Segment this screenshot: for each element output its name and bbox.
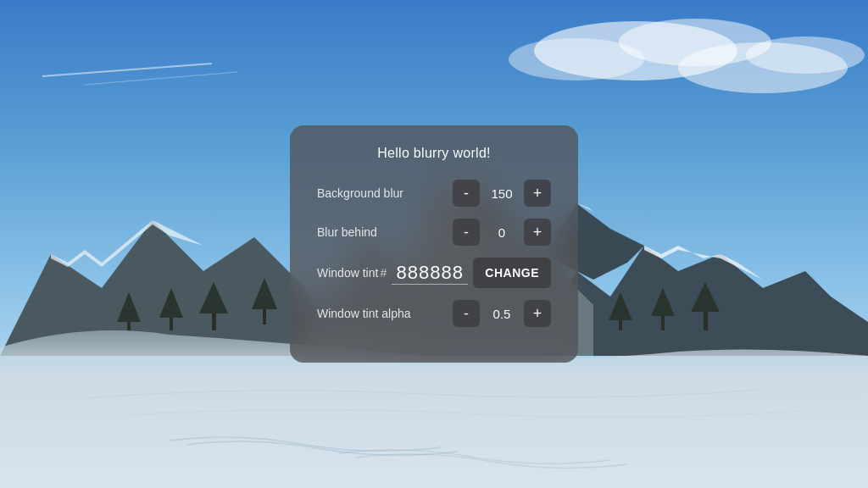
blur-behind-row: Blur behind - 0 + — [317, 219, 551, 246]
dialog-title: Hello blurry world! — [317, 146, 551, 161]
blur-behind-stepper: - 0 + — [453, 219, 551, 246]
window-tint-alpha-row: Window tint alpha - 0.5 + — [317, 300, 551, 327]
background-blur-row: Background blur - 150 + — [317, 180, 551, 207]
window-tint-alpha-stepper: - 0.5 + — [453, 300, 551, 327]
background-blur-minus-button[interactable]: - — [453, 180, 480, 207]
svg-point-3 — [509, 38, 644, 80]
dialog-panel: Hello blurry world! Background blur - 15… — [290, 125, 578, 363]
background-blur-value: 150 — [487, 186, 517, 201]
blur-behind-minus-button[interactable]: - — [453, 219, 480, 246]
blur-behind-plus-button[interactable]: + — [524, 219, 551, 246]
window-tint-input[interactable] — [392, 262, 468, 285]
tint-hash-symbol: # — [381, 266, 387, 280]
window-tint-alpha-minus-button[interactable]: - — [453, 300, 480, 327]
svg-point-5 — [746, 36, 865, 74]
background-blur-label: Background blur — [317, 186, 453, 200]
background-blur-plus-button[interactable]: + — [524, 180, 551, 207]
window-tint-alpha-value: 0.5 — [487, 307, 517, 321]
window-tint-alpha-label: Window tint alpha — [317, 307, 453, 320]
window-tint-label: Window tint — [317, 266, 381, 280]
change-button[interactable]: CHANGE — [473, 258, 551, 288]
background-blur-stepper: - 150 + — [453, 180, 551, 207]
window-tint-alpha-plus-button[interactable]: + — [524, 300, 551, 327]
window-tint-row: Window tint # CHANGE — [317, 258, 551, 288]
blur-behind-label: Blur behind — [317, 225, 453, 239]
window-tint-input-group: # CHANGE — [381, 258, 551, 288]
blur-behind-value: 0 — [487, 225, 517, 240]
